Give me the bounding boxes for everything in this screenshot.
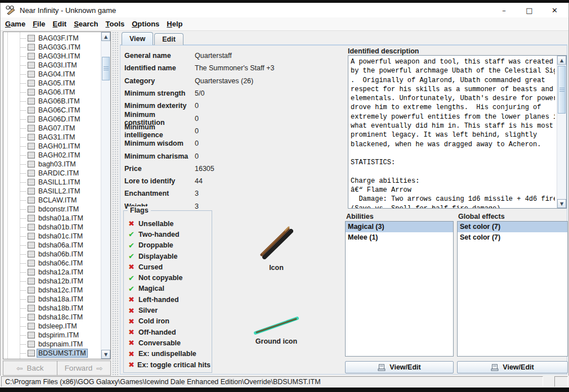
tree-branch-line: [20, 83, 26, 84]
menu-item[interactable]: Game: [5, 20, 25, 28]
minimize-button[interactable]: –: [491, 3, 517, 17]
scroll-down-icon[interactable]: ▼: [557, 199, 566, 208]
resource-tree: BAG03F.ITM BAG03G.ITM BAG03H.ITM BAG03I.…: [3, 31, 111, 359]
tree-item[interactable]: BAG03G.ITM: [3, 43, 101, 52]
ability-item[interactable]: Magical (3): [346, 222, 453, 232]
tree-branch-line: [20, 272, 26, 273]
flag-row: Cursed: [128, 262, 210, 272]
tree-item[interactable]: bdconstr.ITM: [3, 205, 101, 214]
title-bar[interactable]: Near Infinity - Unknown game – □ ✕: [1, 3, 568, 17]
flag-state-icon: [128, 230, 138, 238]
maximize-button[interactable]: □: [517, 3, 542, 17]
tree-branch-line: [20, 227, 26, 228]
tree-item[interactable]: bdsha12b.ITM: [3, 277, 101, 286]
menu-item[interactable]: Help: [167, 20, 182, 28]
tree-item[interactable]: BCLAW.ITM: [3, 196, 101, 205]
menu-item[interactable]: Tools: [106, 20, 125, 28]
description-textarea[interactable]: A powerful weapon and tool, this staff w…: [348, 55, 567, 209]
tree-item[interactable]: BAG03F.ITM: [3, 34, 101, 43]
flag-row: Magical: [128, 283, 210, 294]
tree-item[interactable]: BAG06.ITM: [3, 88, 101, 97]
tree-item[interactable]: bdsha18b.ITM: [3, 304, 101, 313]
global-effect-item[interactable]: Set color (7): [458, 232, 567, 243]
tree-item[interactable]: bdsleep.ITM: [3, 322, 101, 331]
tree-item[interactable]: bdsha12a.ITM: [3, 268, 101, 277]
tree-branch-line: [20, 191, 26, 192]
tree-item[interactable]: BAG06C.ITM: [3, 106, 101, 115]
panel-splitter[interactable]: [112, 31, 119, 376]
tree-item[interactable]: BAG06D.ITM: [3, 115, 101, 124]
tree-item[interactable]: bdsha12c.ITM: [3, 286, 101, 295]
tree-branch-line: [20, 182, 26, 183]
tree-branch-line: [20, 92, 26, 93]
tree-item[interactable]: BAG07.ITM: [3, 124, 101, 133]
menu-item[interactable]: Search: [74, 20, 98, 28]
back-button[interactable]: ⇦ Back: [3, 361, 57, 376]
tree-item[interactable]: BAGH02.ITM: [3, 151, 101, 160]
tree-item[interactable]: BARDIC.ITM: [3, 169, 101, 178]
tree-item[interactable]: bdsha01c.ITM: [3, 232, 101, 241]
attribute-list: General name Quarterstaff Identified nam…: [124, 49, 274, 213]
tree-item[interactable]: BAG31.ITM: [3, 133, 101, 142]
tree-item[interactable]: bdsha18c.ITM: [3, 313, 101, 322]
abilities-view-edit-button[interactable]: View/Edit: [345, 361, 454, 373]
flag-row: Displayable: [128, 251, 210, 262]
history-nav: ⇦ Back Forward ⇨: [3, 361, 111, 376]
tree-item[interactable]: BAGH01.ITM: [3, 142, 101, 151]
global-effects-view-edit-button[interactable]: View/Edit: [457, 361, 568, 373]
tree-item[interactable]: bdsha01a.ITM: [3, 214, 101, 223]
attribute-row: General name Quarterstaff: [124, 49, 274, 62]
itm-file-icon: [28, 170, 35, 177]
tree-item[interactable]: BAG03H.ITM: [3, 52, 101, 61]
description-scrollbar-thumb[interactable]: [558, 66, 566, 114]
flag-state-icon: [128, 350, 138, 358]
tree-item[interactable]: BASILL1.ITM: [3, 178, 101, 187]
item-icon-caption: Icon: [254, 264, 299, 272]
description-scrollbar[interactable]: ▲ ▼: [557, 56, 566, 208]
menu-item[interactable]: Edit: [53, 20, 67, 28]
tree-item[interactable]: bdsha18a.ITM: [3, 295, 101, 304]
attribute-value: 0: [195, 139, 199, 147]
tree-item[interactable]: BASILL2.ITM: [3, 187, 101, 196]
description-text: A powerful weapon and tool, this staff w…: [351, 57, 555, 208]
flag-label: Two-handed: [138, 231, 180, 238]
scroll-down-icon[interactable]: ▼: [101, 350, 110, 359]
tree-branch-line: [20, 245, 26, 246]
tree-item[interactable]: BAG03I.ITM: [3, 61, 101, 70]
tree-item[interactable]: bdsha01b.ITM: [3, 223, 101, 232]
tree-item[interactable]: bagh03.ITM: [3, 160, 101, 169]
tree-item[interactable]: BDSUMST.ITM: [3, 349, 101, 358]
tree-item[interactable]: bdsha06b.ITM: [3, 250, 101, 259]
forward-arrow-icon: ⇨: [96, 364, 103, 373]
tree-item[interactable]: BAG06B.ITM: [3, 97, 101, 106]
tab[interactable]: Edit: [154, 33, 183, 45]
ability-item[interactable]: Melee (1): [346, 232, 453, 243]
window-title: Near Infinity - Unknown game: [20, 6, 116, 15]
tree-scrollbar[interactable]: ▲ ▼: [101, 32, 110, 359]
close-button[interactable]: ✕: [542, 3, 567, 17]
menu-item[interactable]: Options: [132, 20, 159, 28]
flag-state-icon: [128, 317, 138, 326]
tree-item[interactable]: BAG04.ITM: [3, 70, 101, 79]
global-effect-item[interactable]: Set color (7): [458, 222, 567, 232]
tree-item[interactable]: bdspirim.ITM: [3, 331, 101, 340]
attribute-label: Minimum strength: [124, 89, 195, 97]
tree-item[interactable]: bdsha06a.ITM: [3, 241, 101, 250]
scroll-up-icon[interactable]: ▲: [101, 32, 110, 41]
tree-item[interactable]: BAG05.ITM: [3, 79, 101, 88]
tree-item[interactable]: bdspnaim.ITM: [3, 340, 101, 349]
attribute-label: Minimum wisdom: [124, 139, 195, 147]
tree-branch-line: [20, 101, 26, 102]
itm-file-icon: [28, 179, 35, 186]
tab[interactable]: View: [122, 32, 153, 45]
tree-item[interactable]: bdsha06c.ITM: [3, 259, 101, 268]
menu-bar: GameFileEditSearchToolsOptionsHelp: [1, 17, 568, 31]
forward-button[interactable]: Forward ⇨: [57, 361, 111, 376]
ground-icon-caption: Ground icon: [243, 337, 310, 345]
menu-item[interactable]: File: [33, 20, 45, 28]
itm-file-icon: [28, 152, 35, 159]
flag-label: Cold iron: [138, 317, 169, 325]
attribute-row: Minimum charisma 0: [124, 150, 274, 162]
scroll-up-icon[interactable]: ▲: [557, 56, 566, 65]
tree-scrollbar-thumb[interactable]: [102, 57, 110, 80]
